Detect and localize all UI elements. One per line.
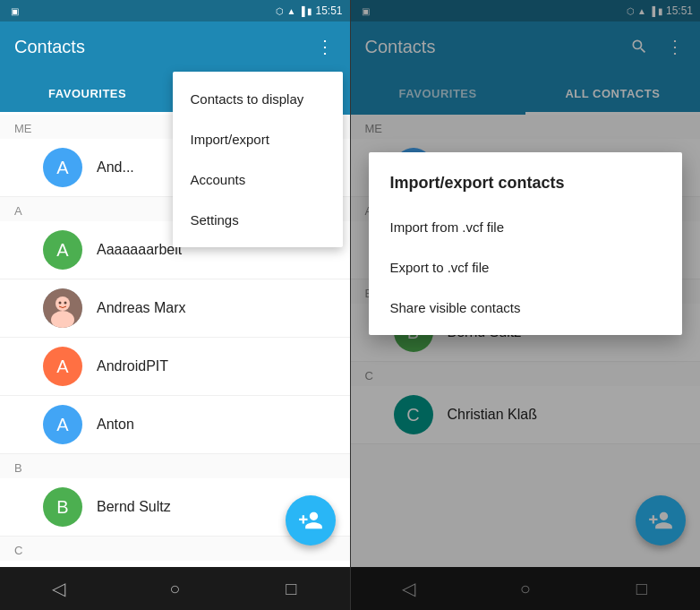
contact-item-androidpit[interactable]: A AndroidPIT (0, 338, 350, 396)
menu-item-accounts[interactable]: Accounts (173, 159, 343, 200)
avatar-aaaaaaarbeit: A (43, 230, 82, 270)
avatar-photo-svg (43, 288, 82, 328)
fab-add-contact[interactable] (286, 495, 336, 546)
person-add-icon (298, 508, 323, 533)
menu-item-settings[interactable]: Settings (173, 200, 343, 240)
avatar-anton: A (43, 405, 82, 444)
contact-name-androidpit: AndroidPIT (97, 358, 168, 374)
sim-icon: ▣ (11, 6, 19, 16)
wifi-icon: ▲ (286, 6, 295, 16)
right-screen: ▣ ⬡ ▲ ▐ ▮ 15:51 Contacts ⋮ FAVOURITES AL… (351, 0, 701, 610)
contact-name-aaaaaaarbeit: Aaaaaaarbeit (97, 242, 182, 258)
dialog-item-import[interactable]: Import from .vcf file (369, 207, 683, 247)
contact-item-andreas-marx[interactable]: Andreas Marx (0, 279, 350, 338)
nav-bar-left: ◁ ○ □ (0, 567, 350, 610)
status-bar-left: ▣ ⬡ ▲ ▐ ▮ 15:51 (0, 0, 350, 21)
dialog-title: Import/export contacts (369, 174, 683, 207)
home-button[interactable]: ○ (157, 571, 192, 606)
contact-name-me: And... (97, 159, 134, 176)
svg-point-4 (64, 302, 67, 305)
app-title: Contacts (14, 37, 314, 57)
import-export-dialog: Import/export contacts Import from .vcf … (369, 152, 683, 335)
svg-point-3 (59, 302, 62, 305)
left-screen: ▣ ⬡ ▲ ▐ ▮ 15:51 Contacts ⋮ FAVOURITES AL… (0, 0, 350, 610)
back-button[interactable]: ◁ (40, 571, 76, 606)
section-b: B (0, 454, 350, 478)
overflow-menu-button[interactable]: ⋮ (314, 36, 336, 57)
menu-item-import-export[interactable]: Import/export (173, 119, 343, 159)
cast-icon: ⬡ (276, 6, 284, 16)
dropdown-menu: Contacts to display Import/export Accoun… (173, 72, 343, 247)
status-icons-right: ⬡ ▲ ▐ ▮ 15:51 (276, 4, 342, 17)
contact-item-anton[interactable]: A Anton (0, 396, 350, 454)
svg-point-1 (55, 296, 70, 311)
avatar-me: A (43, 148, 82, 187)
status-icons-left: ▣ (7, 6, 19, 16)
contact-item-christian[interactable]: C Christian Klaß (0, 561, 350, 567)
dialog-item-export[interactable]: Export to .vcf file (369, 247, 683, 288)
menu-item-contacts-to-display[interactable]: Contacts to display (173, 79, 343, 119)
contact-name-andreas-marx: Andreas Marx (97, 300, 186, 316)
avatar-androidpit: A (43, 347, 82, 386)
contact-name-bernd: Bernd Sultz (97, 499, 171, 515)
recent-button[interactable]: □ (273, 571, 309, 606)
avatar-bernd: B (43, 487, 82, 527)
avatar-andreas-marx (43, 288, 82, 328)
app-bar: Contacts ⋮ (0, 21, 350, 72)
tab-favourites[interactable]: FAVOURITES (0, 72, 175, 115)
status-time: 15:51 (315, 4, 342, 17)
contact-name-anton: Anton (97, 417, 134, 433)
battery-icon: ▮ (307, 6, 312, 16)
signal-icon: ▐ (298, 6, 304, 16)
dialog-item-share[interactable]: Share visible contacts (369, 288, 683, 328)
app-bar-icons: ⋮ (314, 36, 336, 57)
